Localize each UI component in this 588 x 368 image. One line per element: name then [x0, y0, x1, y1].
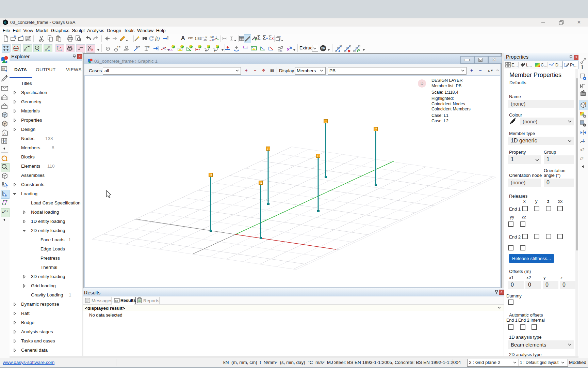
svg-text:G: G — [4, 21, 6, 24]
svg-text:ab: ab — [2, 67, 5, 70]
svg-text:+: + — [2, 210, 4, 214]
svg-text:123: 123 — [117, 46, 120, 49]
svg-text:123: 123 — [146, 46, 150, 49]
svg-text:OK: OK — [321, 47, 326, 50]
svg-text:2.7: 2.7 — [4, 209, 9, 213]
svg-text:A: A — [3, 132, 5, 135]
svg-text:y: y — [214, 49, 215, 52]
svg-text:ab: ab — [115, 299, 118, 302]
svg-text:x: x — [205, 49, 207, 52]
svg-text:▷: ▷ — [280, 49, 283, 52]
svg-text:123: 123 — [136, 46, 140, 49]
